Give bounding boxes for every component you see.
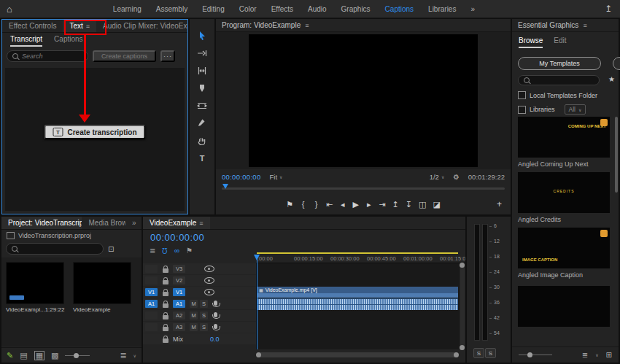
panel-menu-icon[interactable]: ≡ [305,22,309,29]
thumbnail-zoom-slider[interactable] [65,355,90,356]
project-item[interactable]: VideoExample [73,262,131,313]
mark-out-button[interactable]: } [313,200,319,209]
linked-selection-icon[interactable]: ∞ [174,247,179,255]
timeline-timecode[interactable]: 00:00:00:00 [150,232,204,243]
new-item-icon[interactable]: ⊞ [606,351,612,359]
timeline-settings-icon[interactable]: ≣ [150,247,155,255]
zoom-level-dropdown[interactable]: Fit ∨ [270,173,283,181]
clip-name[interactable]: VideoExampl... [6,306,45,313]
solo-right-button[interactable]: S [485,348,496,358]
workspace-tab-effects[interactable]: Effects [271,5,293,13]
track-name[interactable]: A3 [173,323,185,331]
thumbnail-zoom-slider[interactable] [519,355,552,355]
track-lock-icon[interactable] [160,276,170,285]
video-preview[interactable] [249,34,478,167]
toggle-track-output-icon[interactable] [204,277,214,284]
tab-browse[interactable]: Browse [519,34,543,48]
template-thumbnail[interactable]: IMAGE CAPTION [518,228,610,268]
type-tool-icon[interactable]: T [194,152,210,164]
track-lock-icon[interactable] [160,299,170,309]
create-captions-button[interactable]: Create captions [93,50,156,62]
track-lock-icon[interactable] [160,311,170,320]
tab-edit[interactable]: Edit [554,34,566,48]
toggle-track-output-icon[interactable] [204,289,214,295]
project-breadcrumb[interactable]: VideoTranscription.prproj [1,230,142,241]
freeform-view-icon[interactable]: ▩ [51,351,58,360]
playhead-line[interactable] [257,256,257,349]
source-patch[interactable] [145,311,158,320]
voiceover-mic-icon[interactable] [212,323,217,329]
scrollbar-handle[interactable] [460,263,465,268]
razor-tool-icon[interactable] [194,82,210,94]
track-lock-icon[interactable] [160,334,170,344]
track-lock-icon[interactable] [160,322,170,332]
program-current-timecode[interactable]: 00:00:00:00 [222,173,261,181]
clip-name[interactable]: VideoExample [73,306,110,313]
workspace-tab-graphics[interactable]: Graphics [341,5,371,13]
track-name[interactable]: V1 [173,288,185,296]
tab-sequence[interactable]: VideoExample ≡ [143,217,210,229]
track-lock-icon[interactable] [160,264,170,274]
video-clip[interactable]: ▦ VideoExample.mp4 [V] [257,287,458,298]
audio-clip-waveform[interactable] [257,304,458,310]
template-label[interactable]: Angled Credits [518,216,561,223]
mute-button[interactable]: M [190,300,198,308]
track-select-tool-icon[interactable] [194,47,210,59]
voiceover-mic-icon[interactable] [212,300,217,306]
chevron-down-icon[interactable]: ∨ [133,353,136,358]
solo-button[interactable]: S [200,311,208,320]
template-label[interactable]: Angled Image Caption [518,271,583,279]
scrollbar-handle[interactable] [454,352,459,357]
track-name[interactable]: V3 [173,265,185,273]
source-patch[interactable] [145,276,158,284]
local-templates-checkbox[interactable] [518,91,526,99]
source-patch[interactable]: A1 [145,300,158,308]
more-options-button[interactable]: ··· [160,50,175,62]
export-frame-button[interactable]: ◫ [419,200,426,209]
chevron-down-icon[interactable]: ∨ [595,352,598,357]
solo-left-button[interactable]: S [473,348,484,358]
toggle-track-output-icon[interactable] [204,266,214,272]
mute-button[interactable]: M [190,323,198,331]
comparison-view-button[interactable]: ◪ [433,200,440,209]
go-to-in-button[interactable]: ⇤ [326,200,333,209]
template-thumbnail[interactable]: CREDITS [518,172,610,213]
go-to-out-button[interactable]: ⇥ [379,200,385,209]
workspace-overflow-chevrons[interactable]: » [470,5,475,13]
solo-button[interactable]: S [200,323,208,331]
workspace-tab-editing[interactable]: Editing [202,5,225,13]
step-back-button[interactable]: ◂ [339,200,346,209]
solo-button[interactable]: S [200,300,208,308]
timeline-vertical-scrollbar[interactable] [460,263,465,350]
workspace-tab-captions[interactable]: Captions [385,5,414,13]
sort-menu-icon[interactable]: ≣ [582,351,588,359]
clip-thumbnail[interactable] [73,262,131,304]
workspace-tab-audio[interactable]: Audio [308,5,327,13]
timeline-ruler[interactable]: :00:00 00:00:15:00 00:00:30:00 00:00:45:… [256,255,465,263]
settings-wrench-icon[interactable]: ⚙ [453,173,460,181]
favorites-star-icon[interactable]: ★ [608,75,615,83]
quick-export-icon[interactable]: ↥ [605,4,612,14]
search-bin-icon[interactable]: ⊡ [108,245,114,253]
track-lock-icon[interactable] [160,287,170,297]
project-item[interactable]: VideoExampl... 1:29:22 [6,262,64,313]
slider-knob[interactable] [74,353,79,358]
slip-tool-icon[interactable] [194,99,210,112]
tab-media-browser[interactable]: Media Brows [82,217,125,229]
workspace-tab-color[interactable]: Color [239,5,257,13]
list-view-icon[interactable]: ▤ [20,351,27,360]
button-editor-plus[interactable]: + [497,196,502,212]
pen-tool-icon[interactable] [194,117,210,129]
audio-clip-waveform[interactable] [257,298,458,304]
workspace-tab-learning[interactable]: Learning [113,5,142,13]
mix-volume-value[interactable]: 0.0 [210,336,220,343]
timeline-horizontal-scrollbar[interactable] [257,352,458,357]
my-templates-dropdown[interactable]: My Templates [518,57,601,70]
writable-pencil-icon[interactable]: ✎ [7,351,13,360]
scrollbar-handle[interactable] [256,352,261,357]
transcript-search-input[interactable]: Search [7,50,88,62]
sort-menu-icon[interactable]: ≣ [120,351,126,360]
tab-overflow-chevrons[interactable]: » [125,217,142,229]
panel-menu-icon[interactable]: ≡ [199,220,203,227]
create-transcription-button[interactable]: T Create transcription [44,125,145,139]
